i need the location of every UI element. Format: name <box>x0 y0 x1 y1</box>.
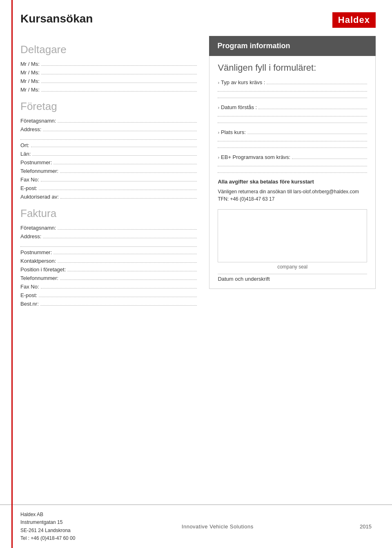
fakt-foretagsnamn-dots <box>58 224 197 230</box>
plats-dots <box>247 129 367 134</box>
datum-line-2 <box>218 118 367 123</box>
mr-ms-row-1: Mr / Ms: <box>20 60 197 67</box>
deltagare-heading: Deltagare <box>20 43 197 56</box>
program-item-1: › Typ av kurs krävs : <box>218 79 367 98</box>
best-nr-label: Best.nr: <box>20 301 39 307</box>
returnera-text: Vänligen returnera din ansökan till lars… <box>218 188 367 203</box>
eb-label: EB+ Programvara som krävs: <box>221 154 290 160</box>
auktoriserad-row: Auktoriserad av: <box>20 193 197 200</box>
fax-dots <box>41 176 197 181</box>
datum-line-1 <box>218 111 367 116</box>
program-item-1-label: › Typ av kurs krävs : <box>218 79 367 85</box>
fakt-epost-dots <box>39 291 197 297</box>
fakt-address-row: Address: <box>20 233 197 239</box>
alla-avgifter-text: Alla avgifter ska betalas före kursstart <box>218 179 367 185</box>
mr-ms-label-4: Mr / Ms: <box>20 87 40 93</box>
telefonnummer-dots <box>60 167 197 173</box>
page-content: Kursansökan Haldex Deltagare Mr / Ms: Mr… <box>0 0 392 504</box>
fax-label: Fax No: <box>20 177 39 183</box>
program-info-header: Program information <box>209 36 376 56</box>
position-label: Position i företaget: <box>20 266 66 273</box>
fakt-telefonnummer-label: Telefonnummer: <box>20 275 58 281</box>
fakt-foretagsnamn-label: Företagsnamn: <box>20 225 56 231</box>
auktoriserad-dots <box>60 193 197 199</box>
epost-row: E-post: <box>20 184 197 191</box>
left-column: Deltagare Mr / Ms: Mr / Ms: Mr / Ms: Mr … <box>20 36 205 492</box>
fakt-postnummer-dots <box>53 248 197 254</box>
mr-ms-label-2: Mr / Ms: <box>20 69 40 76</box>
typ-kurs-dots <box>267 79 367 84</box>
company-seal-box <box>218 209 367 262</box>
footer-address: Haldex AB Instrumentgatan 15 SE-261 24 L… <box>20 511 75 542</box>
mr-ms-row-2: Mr / Ms: <box>20 69 197 76</box>
fakt-foretagsnamn-row: Företagsnamn: <box>20 224 197 231</box>
program-item-3-label: › Plats kurs: <box>218 129 367 135</box>
position-dots <box>67 266 197 271</box>
postnummer-dots <box>53 159 197 164</box>
fakt-telefonnummer-row: Telefonnummer: <box>20 274 197 281</box>
program-item-4-label: › EB+ Programvara som krävs: <box>218 154 367 160</box>
program-item-3: › Plats kurs: <box>218 129 367 148</box>
right-column: Program information Vänligen fyll i form… <box>205 36 376 492</box>
foretagsnamn-row: Företagsnamn: <box>20 117 197 124</box>
typ-av-kurs-label: Typ av kurs krävs : <box>221 79 265 85</box>
epost-dots <box>39 184 197 190</box>
chevron-icon-1: › <box>218 80 219 85</box>
eb-line-2 <box>218 168 367 173</box>
foretagsnamn-label: Företagsnamn: <box>20 118 56 124</box>
epost-label: E-post: <box>20 185 37 191</box>
mr-ms-dots-3 <box>41 77 197 83</box>
chevron-icon-2: › <box>218 105 219 110</box>
footer-street: Instrumentgatan 15 <box>20 519 75 526</box>
auktoriserad-label: Auktoriserad av: <box>20 194 59 200</box>
page-title: Kursansökan <box>20 12 93 25</box>
ort-label: Ort: <box>20 142 29 148</box>
best-nr-dots <box>40 300 197 306</box>
address-row: Address: <box>20 125 197 132</box>
typ-kurs-line-1 <box>218 86 367 92</box>
lan-row: Län: <box>20 150 197 157</box>
footer-company: Haldex AB <box>20 511 75 519</box>
typ-kurs-line-2 <box>218 93 367 98</box>
footer-postal: SE-261 24 Landskrona <box>20 527 75 535</box>
eb-line-1 <box>218 161 367 166</box>
chevron-icon-3: › <box>218 130 219 135</box>
telefonnummer-label: Telefonnummer: <box>20 168 58 174</box>
program-item-2-label: › Datum förstås : <box>218 104 367 110</box>
ort-row: Ort: <box>20 141 197 148</box>
postnummer-label: Postnummer: <box>20 159 52 166</box>
position-row: Position i företaget: <box>20 266 197 273</box>
mr-ms-dots-4 <box>41 86 197 92</box>
fax-row: Fax No: <box>20 176 197 183</box>
company-seal-label: company seal <box>218 264 367 270</box>
kontaktperson-dots <box>58 257 197 263</box>
mr-ms-row-3: Mr / Ms: <box>20 77 197 84</box>
kontaktperson-row: Kontaktperson: <box>20 257 197 264</box>
postnummer-row: Postnummer: <box>20 159 197 166</box>
footer-year: 2015 <box>360 523 372 530</box>
mr-ms-label-3: Mr / Ms: <box>20 78 40 84</box>
program-info-body: Vänligen fyll i formuläret: › Typ av kur… <box>209 56 376 289</box>
mr-ms-dots-2 <box>41 69 197 74</box>
address-dots <box>43 125 197 131</box>
chevron-icon-4: › <box>218 155 219 160</box>
lan-dots <box>32 150 197 156</box>
plats-line-1 <box>218 136 367 141</box>
telefonnummer-row: Telefonnummer: <box>20 167 197 174</box>
foretag-heading: Företag <box>20 100 197 113</box>
eb-dots <box>292 154 367 159</box>
best-nr-row: Best.nr: <box>20 300 197 307</box>
fakt-postnummer-row: Postnummer: <box>20 248 197 255</box>
fakt-fax-dots <box>41 283 197 289</box>
kontaktperson-label: Kontaktperson: <box>20 258 56 264</box>
fakt-postnummer-label: Postnummer: <box>20 249 52 255</box>
fakt-address-dots <box>43 233 197 238</box>
address-label: Address: <box>20 126 41 132</box>
lan-label: Län: <box>20 151 31 157</box>
logo: Haldex <box>332 12 376 28</box>
program-item-2: › Datum förstås : <box>218 104 367 123</box>
fakt-address-dots-2 <box>20 241 197 247</box>
footer: Haldex AB Instrumentgatan 15 SE-261 24 L… <box>0 504 392 548</box>
footer-tel: Tel : +46 (0)418-47 60 00 <box>20 535 75 542</box>
program-item-4: › EB+ Programvara som krävs: <box>218 154 367 173</box>
